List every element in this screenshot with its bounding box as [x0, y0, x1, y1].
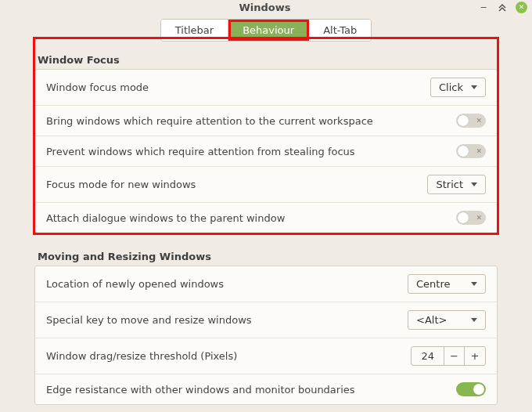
panel-window-focus: Window focus mode Click Bring windows wh… — [34, 69, 498, 233]
chevron-down-icon — [471, 183, 477, 186]
label-attach-dialogue: Attach dialogue windows to the parent wi… — [46, 212, 285, 224]
window-title: Windows — [239, 2, 290, 13]
label-prevent-steal: Prevent windows which require attention … — [46, 146, 355, 157]
tab-titlebar[interactable]: Titlebar — [161, 20, 228, 41]
dropdown-location[interactable]: Centre — [408, 274, 486, 294]
dropdown-new-window-focus[interactable]: Strict — [427, 175, 486, 194]
maximize-button[interactable] — [497, 2, 508, 13]
row-focus-mode: Window focus mode Click — [35, 70, 497, 106]
toggle-off-icon: ✕ — [476, 117, 482, 125]
label-drag-threshold: Window drag/resize threshold (Pixels) — [46, 350, 237, 362]
dropdown-location-value: Centre — [416, 278, 450, 290]
minimize-button[interactable]: ─ — [478, 2, 489, 13]
label-special-key: Special key to move and resize windows — [46, 314, 252, 326]
label-edge-resistance: Edge resistance with other windows and m… — [46, 384, 355, 396]
dropdown-focus-mode[interactable]: Click — [430, 78, 486, 97]
tab-behaviour[interactable]: Behaviour — [228, 20, 309, 41]
window-focus-block: Window Focus Window focus mode Click Bri… — [34, 54, 498, 233]
label-focus-mode: Window focus mode — [46, 81, 149, 93]
row-bring-attention: Bring windows which require attention to… — [35, 106, 497, 136]
row-drag-threshold: Window drag/resize threshold (Pixels) 24… — [35, 338, 497, 374]
close-button[interactable]: ✕ — [516, 2, 527, 13]
toggle-bring-attention[interactable]: ✕ — [456, 114, 486, 128]
toggle-knob — [458, 115, 469, 126]
stepper-decrement[interactable]: − — [444, 347, 465, 365]
chevron-down-icon — [471, 282, 477, 286]
dropdown-special-key-value: <Alt> — [416, 314, 447, 326]
section-title-move: Moving and Resizing Windows — [38, 251, 494, 262]
label-location-new-windows: Location of newly opened windows — [46, 278, 224, 290]
toggle-knob — [458, 146, 469, 157]
toggle-prevent-steal[interactable]: ✕ — [456, 144, 486, 158]
stepper-increment[interactable]: + — [465, 347, 485, 365]
row-edge-resistance: Edge resistance with other windows and m… — [35, 374, 497, 404]
row-location-new-windows: Location of newly opened windows Centre — [35, 266, 497, 302]
toggle-knob — [473, 384, 484, 395]
toggle-off-icon: ✕ — [476, 214, 482, 222]
toggle-edge-resistance[interactable]: ✕ — [456, 382, 486, 396]
window-controls: ─ ✕ — [478, 2, 527, 13]
dropdown-special-key[interactable]: <Alt> — [408, 310, 486, 330]
page-body: Window Focus Window focus mode Click Bri… — [0, 54, 532, 405]
row-new-window-focus: Focus mode for new windows Strict — [35, 167, 497, 203]
label-new-window-focus: Focus mode for new windows — [46, 179, 196, 190]
chevron-down-icon — [471, 318, 477, 322]
section-title-focus: Window Focus — [38, 54, 494, 66]
label-bring-attention: Bring windows which require attention to… — [46, 115, 373, 127]
tab-bar: Titlebar Behaviour Alt-Tab — [160, 19, 372, 42]
dropdown-focus-mode-value: Click — [439, 81, 463, 93]
row-prevent-steal: Prevent windows which require attention … — [35, 136, 497, 167]
dropdown-new-window-focus-value: Strict — [436, 179, 463, 190]
tab-alt-tab[interactable]: Alt-Tab — [309, 20, 371, 41]
window-titlebar: Windows ─ ✕ — [0, 0, 532, 14]
toggle-attach-dialogue[interactable]: ✕ — [456, 211, 486, 225]
stepper-value[interactable]: 24 — [412, 347, 444, 365]
tab-bar-wrap: Titlebar Behaviour Alt-Tab — [0, 19, 532, 42]
row-attach-dialogue: Attach dialogue windows to the parent wi… — [35, 203, 497, 233]
chevron-down-icon — [471, 85, 477, 89]
toggle-knob — [458, 212, 469, 223]
toggle-off-icon: ✕ — [476, 147, 482, 155]
stepper-drag-threshold[interactable]: 24 − + — [411, 346, 486, 366]
row-special-key: Special key to move and resize windows <… — [35, 302, 497, 338]
panel-move-resize: Location of newly opened windows Centre … — [34, 266, 498, 405]
